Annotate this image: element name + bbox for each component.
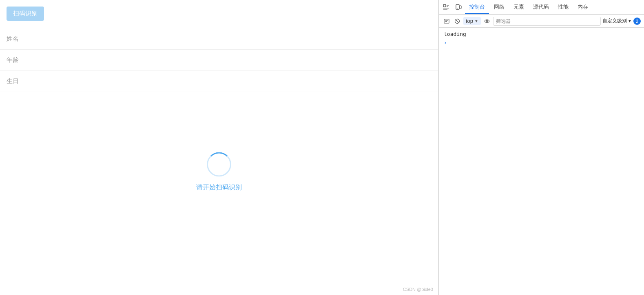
log-level-label: 自定义级别 [602, 18, 627, 24]
svg-point-3 [457, 8, 458, 9]
label-age: 年龄 [7, 56, 27, 64]
ban-icon[interactable] [453, 17, 462, 26]
svg-point-7 [485, 20, 489, 22]
log-level-selector[interactable]: 自定义级别 ▼ [602, 18, 632, 24]
tab-console[interactable]: 控制台 [465, 1, 489, 14]
devtools-toolbar: top ▼ 自定义级别 ▼ 2 [439, 15, 644, 28]
clear-console-icon[interactable] [442, 17, 451, 26]
device-icon[interactable] [453, 2, 464, 13]
context-value: top [466, 18, 473, 24]
context-dropdown-arrow: ▼ [474, 19, 478, 23]
form-row-birthday: 生日 [0, 71, 438, 92]
label-name: 姓名 [7, 35, 27, 43]
left-panel: 扫码识别 姓名 年龄 生日 请开始扫码识别 CSDN @pixle0 [0, 0, 438, 295]
tab-performance[interactable]: 性能 [554, 1, 573, 14]
eye-icon[interactable] [482, 17, 491, 26]
console-content: loading › [439, 28, 644, 295]
scan-button[interactable]: 扫码识别 [7, 7, 44, 21]
devtools-panel: 控制台 网络 元素 源代码 性能 内存 top ▼ [438, 0, 644, 295]
log-level-arrow: ▼ [628, 19, 632, 23]
error-badge: 2 [633, 18, 641, 25]
tab-elements[interactable]: 元素 [509, 1, 528, 14]
form-section: 姓名 年龄 生日 [0, 29, 438, 92]
form-row-age: 年龄 [0, 50, 438, 71]
form-row-name: 姓名 [0, 29, 438, 50]
watermark: CSDN @pixle0 [403, 287, 433, 292]
console-expand-arrow[interactable]: › [444, 40, 639, 46]
svg-line-6 [456, 20, 459, 23]
loading-spinner [207, 152, 231, 177]
label-birthday: 生日 [7, 77, 27, 85]
context-selector[interactable]: top ▼ [463, 17, 481, 25]
filter-input[interactable] [493, 17, 601, 26]
scan-hint: 请开始扫码识别 [196, 183, 242, 192]
inspect-icon[interactable] [440, 2, 452, 13]
devtools-tabs-bar: 控制台 网络 元素 源代码 性能 内存 [439, 0, 644, 15]
tab-sources[interactable]: 源代码 [529, 1, 553, 14]
console-loading-text: loading [444, 31, 639, 37]
svg-rect-2 [460, 6, 461, 9]
svg-point-8 [486, 20, 488, 22]
tab-network[interactable]: 网络 [490, 1, 509, 14]
svg-rect-0 [443, 4, 446, 7]
tab-memory[interactable]: 内存 [573, 1, 592, 14]
scanner-area: 请开始扫码识别 [196, 152, 242, 192]
